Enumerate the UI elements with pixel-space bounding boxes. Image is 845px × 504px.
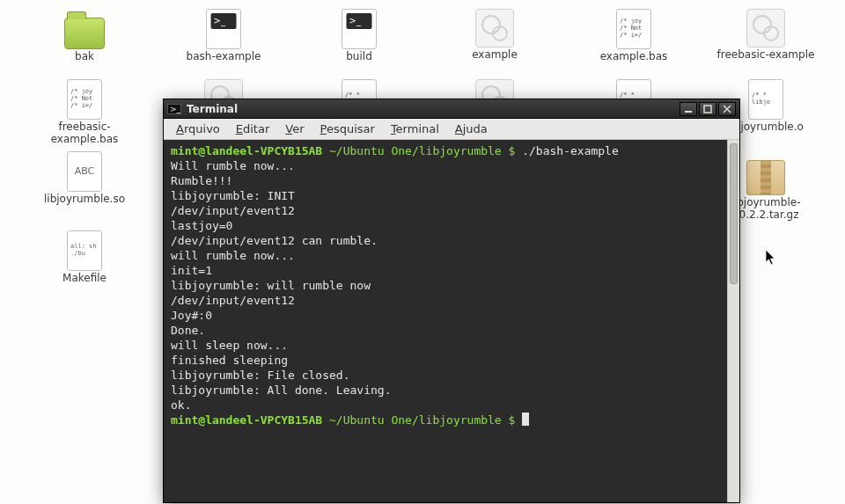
- svg-rect-1: [704, 106, 711, 113]
- desktop-icon-build[interactable]: build: [306, 9, 412, 63]
- menu-pesquisar[interactable]: Pesquisar: [313, 121, 382, 137]
- terminal-icon: >_: [167, 104, 181, 114]
- output-line: finished sleeping: [171, 353, 732, 368]
- output-line: /dev/input/event12: [171, 203, 732, 218]
- exec-icon: [746, 9, 785, 47]
- output-line: /dev/input/event12: [171, 293, 732, 308]
- output-line: libjoyrumble: All done. Leaving.: [171, 383, 732, 398]
- archive-icon: [746, 160, 785, 195]
- icon-label: libjoyrumble.so: [32, 194, 137, 206]
- icon-label: freebasic-example.bas: [32, 121, 137, 146]
- icon-label: example: [442, 49, 547, 62]
- output-line: libjoyrumble: will rumble now: [171, 278, 732, 293]
- desktop-icon-bak[interactable]: bak: [32, 9, 137, 63]
- prompt-line: mint@landeel-VPCYB15AB ~/Ubuntu One/libj…: [171, 143, 732, 158]
- text-cursor: [522, 413, 529, 426]
- menu-ver[interactable]: Ver: [278, 121, 311, 137]
- output-line: init=1: [171, 263, 732, 278]
- desktop-icon-freebasic-example[interactable]: freebasic-example: [713, 9, 819, 62]
- folder-icon: [64, 18, 105, 49]
- titlebar[interactable]: >_ Terminal: [164, 99, 739, 119]
- icon-label: freebasic-example: [713, 49, 819, 62]
- scrollbar-thumb[interactable]: [730, 143, 738, 284]
- menu-ajuda[interactable]: Ajuda: [448, 121, 495, 137]
- icon-label: Makefile: [32, 273, 137, 285]
- menubar[interactable]: ArquivoEditarVerPesquisarTerminalAjuda: [164, 119, 739, 140]
- desktop-icon-bash-example[interactable]: bash-example: [171, 9, 276, 63]
- window-title: Terminal: [187, 103, 238, 115]
- desktop-icon-example-bas[interactable]: /* joy /* Not /* i=/example.bas: [581, 9, 687, 63]
- terminal-window[interactable]: >_ Terminal ArquivoEditarVerPesquisarTer…: [163, 99, 740, 503]
- term-script-icon: [206, 9, 241, 49]
- menu-terminal[interactable]: Terminal: [384, 121, 446, 137]
- output-line: will sleep now...: [171, 338, 732, 353]
- output-line: Joy#:0: [171, 308, 732, 323]
- output-line: Rumble!!!: [171, 173, 732, 188]
- menu-arquivo[interactable]: Arquivo: [169, 121, 227, 137]
- src-icon: /* * libjo: [748, 79, 783, 120]
- command-text: ./bash-example: [522, 144, 619, 157]
- menu-editar[interactable]: Editar: [229, 121, 277, 137]
- scrollbar[interactable]: [727, 140, 739, 502]
- desktop-icon-example[interactable]: example: [442, 9, 547, 62]
- so-icon: ABC: [67, 151, 102, 192]
- terminal-body[interactable]: mint@landeel-VPCYB15AB ~/Ubuntu One/libj…: [164, 140, 739, 502]
- icon-label: bash-example: [171, 51, 276, 63]
- desktop-icon-freebasic-example-bas[interactable]: /* joy /* Not /* i=/freebasic-example.ba…: [32, 79, 137, 146]
- desktop-icon-makefile[interactable]: all: sh ./buMakefile: [32, 230, 137, 285]
- output-line: libjoyrumble: INIT: [171, 188, 732, 203]
- minimize-button[interactable]: [680, 102, 697, 116]
- output-line: /dev/input/event12 can rumble.: [171, 233, 732, 248]
- close-button[interactable]: [718, 102, 736, 116]
- desktop-icon-libjoyrumble-so[interactable]: ABClibjoyrumble.so: [32, 151, 137, 206]
- output-line: libjoyrumble: File closed.: [171, 368, 732, 383]
- src-icon: /* joy /* Not /* i=/: [67, 79, 102, 120]
- term-script-icon: [342, 9, 377, 49]
- mk-icon: all: sh ./bu: [67, 230, 102, 271]
- output-line: ok.: [171, 398, 732, 413]
- svg-rect-0: [685, 111, 692, 113]
- output-line: Done.: [171, 323, 732, 338]
- icon-label: bak: [32, 51, 137, 63]
- maximize-button[interactable]: [699, 102, 716, 116]
- src-icon: /* joy /* Not /* i=/: [616, 9, 651, 49]
- output-line: Will rumble now...: [171, 158, 732, 173]
- icon-label: example.bas: [581, 51, 687, 63]
- exec-icon: [475, 9, 514, 47]
- icon-label: build: [306, 51, 412, 63]
- output-line: will rumble now...: [171, 248, 732, 263]
- prompt-line: mint@landeel-VPCYB15AB ~/Ubuntu One/libj…: [171, 413, 732, 427]
- output-line: lastjoy=0: [171, 218, 732, 233]
